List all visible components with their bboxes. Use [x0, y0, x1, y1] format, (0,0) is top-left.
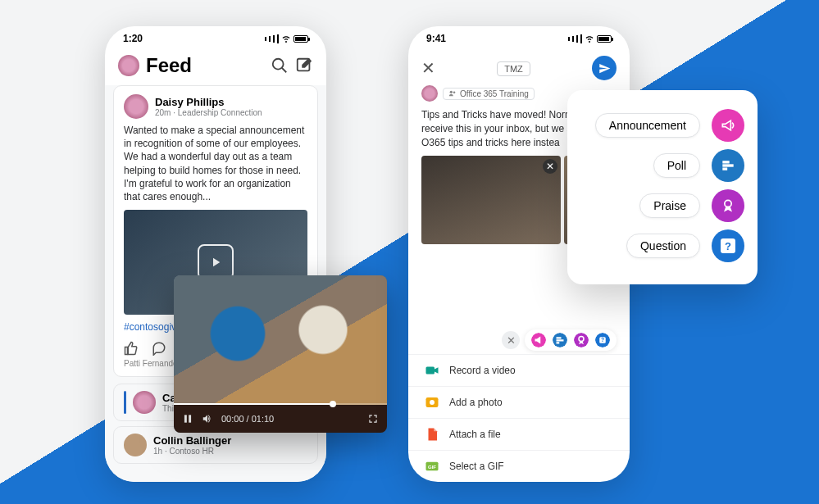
community-chip[interactable]: TMZ — [497, 61, 530, 76]
type-praise[interactable]: Praise — [580, 189, 744, 222]
question-icon[interactable]: ? — [595, 333, 610, 347]
svg-rect-18 — [426, 367, 435, 375]
option-select-gif[interactable]: GIF Select a GIF — [408, 450, 630, 482]
question-icon: ? — [712, 229, 744, 262]
post-text: Wanted to make a special announcement in… — [124, 124, 307, 203]
svg-point-0 — [273, 59, 284, 70]
pause-icon[interactable] — [182, 413, 193, 425]
dismiss-types-icon[interactable]: ✕ — [502, 331, 520, 349]
volume-icon[interactable] — [202, 413, 213, 425]
search-icon[interactable] — [271, 57, 289, 75]
svg-point-20 — [430, 400, 435, 405]
svg-rect-12 — [557, 342, 560, 343]
svg-rect-4 — [184, 415, 187, 422]
page-title: Feed — [146, 54, 264, 77]
author-avatar[interactable] — [124, 94, 148, 119]
ribbon-icon — [712, 189, 744, 222]
feed-header: Feed — [105, 51, 326, 85]
svg-rect-24 — [722, 164, 733, 166]
author-name: Daisy Phillips — [155, 96, 262, 108]
compose-header: ✕ TMZ — [408, 51, 630, 85]
type-label: Announcement — [595, 113, 700, 138]
audience-tag[interactable]: Office 365 Training — [443, 88, 535, 100]
file-icon — [425, 427, 439, 442]
user-avatar[interactable] — [118, 55, 139, 76]
video-content — [174, 275, 387, 405]
svg-rect-25 — [722, 168, 727, 170]
compose-icon[interactable] — [295, 57, 313, 75]
video-icon — [425, 363, 439, 378]
battery-icon — [597, 35, 612, 43]
status-bar: 1:20 — [105, 26, 326, 51]
svg-point-7 — [453, 92, 456, 94]
svg-rect-23 — [722, 161, 729, 163]
svg-point-26 — [725, 200, 731, 207]
like-icon[interactable] — [124, 341, 139, 356]
svg-point-6 — [450, 91, 453, 93]
type-announcement[interactable]: Announcement — [580, 109, 744, 142]
gif-icon: GIF — [425, 459, 439, 474]
post-type-menu: Announcement Poll Praise Question ? — [567, 90, 758, 284]
svg-rect-3 — [125, 347, 128, 355]
audience-tag-label: Office 365 Training — [460, 89, 529, 98]
type-label: Question — [626, 234, 700, 258]
status-icons — [265, 34, 308, 43]
status-time: 1:20 — [123, 33, 143, 44]
next-meta: 1h · Contoso HR — [153, 447, 231, 456]
option-label: Add a photo — [449, 397, 503, 408]
option-label: Select a GIF — [449, 461, 504, 472]
option-add-photo[interactable]: Add a photo — [408, 386, 630, 418]
post-meta: 20m · Leadership Connection — [155, 108, 262, 117]
status-bar: 9:41 — [408, 26, 630, 51]
people-icon — [448, 89, 457, 98]
video-progress[interactable] — [174, 403, 387, 405]
svg-rect-11 — [557, 339, 564, 341]
reply-avatar — [133, 391, 156, 414]
type-label: Poll — [653, 153, 700, 178]
post-type-row: ✕ ? — [408, 320, 630, 354]
wifi-icon — [281, 34, 291, 43]
photo-icon — [425, 395, 439, 410]
battery-icon — [293, 35, 308, 43]
close-icon[interactable]: ✕ — [421, 58, 435, 78]
svg-rect-5 — [189, 415, 191, 422]
send-button[interactable] — [592, 56, 617, 80]
next-author: Collin Ballinger — [153, 434, 231, 447]
option-attach-file[interactable]: Attach a file — [408, 418, 630, 450]
status-icons — [568, 34, 612, 43]
comment-icon[interactable] — [152, 341, 166, 356]
type-question[interactable]: Question ? — [580, 229, 744, 262]
announcement-icon[interactable] — [531, 333, 546, 347]
svg-rect-10 — [557, 337, 562, 338]
fullscreen-icon[interactable] — [367, 413, 379, 425]
megaphone-icon — [712, 109, 744, 142]
attached-image[interactable]: ✕ — [421, 156, 561, 244]
next-avatar — [124, 434, 147, 456]
option-record-video[interactable]: Record a video — [408, 354, 630, 386]
status-time: 9:41 — [426, 33, 446, 44]
wifi-icon — [585, 34, 594, 43]
option-label: Record a video — [449, 365, 516, 376]
video-time: 00:00 / 01:10 — [221, 414, 274, 424]
video-controls: 00:00 / 01:10 — [174, 405, 387, 433]
svg-text:?: ? — [601, 337, 604, 343]
svg-line-1 — [282, 68, 287, 73]
type-poll[interactable]: Poll — [580, 149, 744, 182]
poll-icon[interactable] — [553, 333, 567, 347]
svg-text:GIF: GIF — [428, 465, 436, 470]
type-label: Praise — [639, 193, 700, 218]
remove-image-icon[interactable]: ✕ — [543, 159, 557, 174]
compose-avatar — [421, 85, 438, 102]
option-label: Attach a file — [449, 429, 501, 440]
svg-point-13 — [574, 333, 589, 347]
poll-icon — [712, 149, 744, 182]
praise-icon[interactable] — [574, 333, 589, 347]
video-player[interactable]: 00:00 / 01:10 — [174, 275, 387, 433]
